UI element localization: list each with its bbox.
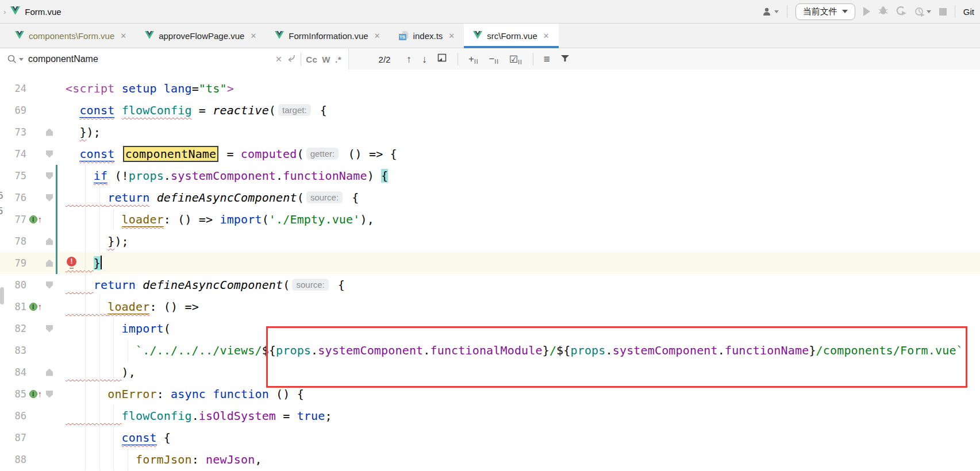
- code-text[interactable]: }: [60, 252, 102, 274]
- code-text[interactable]: const componentName = computed(getter: (…: [60, 143, 397, 165]
- stop-icon[interactable]: [939, 8, 947, 16]
- code-text[interactable]: flowConfig.isOldSystem = true;: [60, 405, 332, 427]
- code-text[interactable]: formJson: newJson,: [60, 449, 262, 470]
- line-number: 69: [0, 99, 26, 121]
- vue-file-icon: [145, 31, 154, 41]
- vcs-space: [54, 318, 60, 339]
- indent-guide: [99, 296, 100, 318]
- fold-marker-icon[interactable]: [45, 281, 54, 289]
- search-field[interactable]: componentName ✕ Cc W .*: [0, 49, 349, 70]
- code-text[interactable]: return defineAsyncComponent(source: {: [60, 187, 359, 209]
- fold-marker-icon[interactable]: [45, 325, 54, 333]
- tab-close-icon[interactable]: ✕: [374, 32, 381, 40]
- code-text[interactable]: });: [60, 121, 101, 143]
- find-bar: componentName ✕ Cc W .* 2/2 ↑ ↓ +II −II …: [0, 49, 980, 70]
- previous-match-icon[interactable]: ↑: [406, 53, 412, 65]
- tab-close-icon[interactable]: ✕: [448, 32, 455, 40]
- line-number: 78: [0, 230, 26, 252]
- add-occurrence-icon[interactable]: +II: [468, 53, 479, 65]
- filter-icon[interactable]: [560, 54, 570, 64]
- tab-src-form-vue[interactable]: src\Form.vue✕: [464, 24, 558, 48]
- indent-guide: [85, 383, 86, 405]
- code-text[interactable]: const {: [60, 427, 171, 449]
- line-number: 76: [0, 187, 26, 209]
- tab-close-icon[interactable]: ✕: [120, 32, 126, 40]
- fold-marker-icon[interactable]: [45, 260, 54, 267]
- fold-marker-icon[interactable]: [45, 172, 54, 180]
- tab-close-icon[interactable]: ✕: [250, 32, 256, 40]
- code-text[interactable]: loader: () => import('./Empty.vue'),: [60, 209, 374, 230]
- code-text[interactable]: `./../../../views/${props.systemComponen…: [60, 339, 963, 361]
- fold-marker-icon[interactable]: [45, 369, 54, 376]
- code-line-76: 76 return defineAsyncComponent(source: {: [0, 187, 980, 209]
- run-icon[interactable]: [863, 7, 870, 16]
- tab-close-icon[interactable]: ✕: [543, 32, 549, 40]
- ide-window: › Form.vue 当前文件: [0, 0, 980, 471]
- search-options-icon[interactable]: ≡: [544, 53, 550, 65]
- code-text[interactable]: });: [60, 230, 129, 252]
- code-text[interactable]: ),: [60, 361, 136, 383]
- user-icon[interactable]: [762, 7, 779, 16]
- indent-guide: [128, 449, 128, 470]
- indent-guide: [99, 427, 100, 449]
- tab-forminformation-vue[interactable]: FormInformation.vue✕: [266, 24, 389, 48]
- indent-guide: [113, 318, 114, 339]
- clipped-edge-text: 6: [0, 190, 3, 201]
- run-configuration-combo[interactable]: 当前文件: [795, 3, 855, 20]
- indent-guide: [99, 405, 100, 427]
- inlay-hint: source:: [292, 279, 328, 291]
- indent-guide: [85, 296, 86, 318]
- search-icon[interactable]: [7, 54, 24, 64]
- separator: [787, 5, 787, 18]
- fold-marker-icon[interactable]: [45, 194, 54, 202]
- text-caret: [101, 256, 102, 269]
- code-line-24: 24<script setup lang="ts">: [0, 78, 980, 99]
- vcs-space: [54, 383, 60, 405]
- code-text[interactable]: <script setup lang="ts">: [60, 78, 234, 99]
- fold-marker-icon[interactable]: [45, 238, 54, 245]
- code-text[interactable]: const flowConfig = reactive(target: {: [60, 99, 327, 121]
- indent-guide: [99, 361, 100, 383]
- run-with-coverage-icon[interactable]: [896, 6, 906, 18]
- error-bulb-icon[interactable]: !: [67, 257, 76, 267]
- breadcrumb-chevron-icon: ›: [3, 7, 6, 16]
- match-case-toggle[interactable]: Cc: [306, 55, 317, 64]
- tab-label: approveFlowPage.vue: [159, 31, 244, 41]
- implemented-gutter-icon[interactable]: I↑: [26, 390, 45, 398]
- next-match-icon[interactable]: ↓: [422, 53, 427, 65]
- code-text[interactable]: return defineAsyncComponent(source: {: [60, 274, 345, 296]
- fold-marker-icon[interactable]: [45, 391, 54, 398]
- select-all-occurrences-icon[interactable]: ☑II: [509, 53, 522, 65]
- regex-toggle[interactable]: .*: [335, 55, 341, 64]
- code-text[interactable]: loader: () =>: [60, 296, 199, 318]
- git-menu-label[interactable]: Git: [963, 7, 974, 17]
- implemented-gutter-icon[interactable]: I↑: [26, 303, 45, 311]
- find-in-selection-icon[interactable]: [437, 53, 447, 65]
- implemented-gutter-icon[interactable]: I↑: [26, 215, 45, 223]
- tab-index-ts[interactable]: TSindex.ts✕: [390, 24, 464, 48]
- words-toggle[interactable]: W: [322, 55, 330, 64]
- clear-search-icon[interactable]: ✕: [275, 55, 282, 64]
- tab-approveflowpage-vue[interactable]: approveFlowPage.vue✕: [136, 24, 266, 48]
- search-input[interactable]: componentName: [28, 54, 271, 64]
- vcs-space: [54, 449, 60, 470]
- indent-guide: [85, 318, 86, 339]
- remove-occurrence-icon[interactable]: −II: [489, 53, 499, 65]
- debug-icon[interactable]: [878, 6, 888, 17]
- fold-marker-icon[interactable]: [45, 129, 54, 136]
- code-line-69: 69 const flowConfig = reactive(target: {: [0, 99, 980, 121]
- newline-icon[interactable]: [287, 54, 296, 65]
- tab-components-form-vue[interactable]: components\Form.vue✕: [6, 24, 136, 48]
- clipped-edge-text: 5: [0, 206, 3, 217]
- code-text[interactable]: import(: [60, 318, 171, 339]
- fold-marker-icon[interactable]: [45, 150, 54, 158]
- code-editor[interactable]: 24<script setup lang="ts">69 const flowC…: [0, 70, 980, 471]
- code-line-84: 84 ),: [0, 361, 980, 383]
- profiler-icon[interactable]: [914, 7, 931, 17]
- code-text[interactable]: onError: async function () {: [60, 383, 304, 405]
- vcs-space: [54, 143, 60, 165]
- separator: [458, 53, 458, 65]
- indent-guide: [113, 405, 114, 427]
- code-text[interactable]: if (!props.systemComponent.functionName)…: [60, 165, 388, 187]
- run-configuration-label: 当前文件: [803, 6, 837, 17]
